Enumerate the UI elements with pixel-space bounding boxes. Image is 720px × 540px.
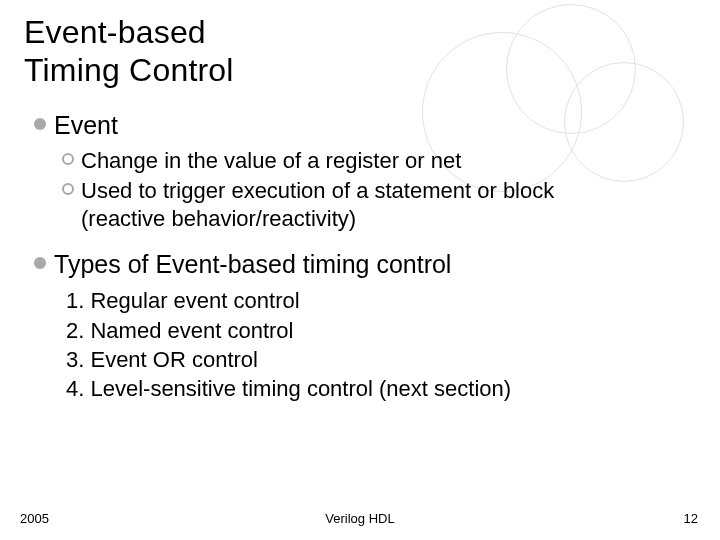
section1-heading: Event xyxy=(54,110,118,141)
section2-numbered-list: 1. Regular event control 2. Named event … xyxy=(66,286,696,402)
slide-content: Event-based Timing Control Event Change … xyxy=(0,0,720,403)
bullet-ring-icon xyxy=(62,153,74,165)
footer-course: Verilog HDL xyxy=(325,511,394,526)
section1-item: Used to trigger execution of a statement… xyxy=(81,177,641,233)
bullet-dot-icon xyxy=(34,118,46,130)
list-item: 4. Level-sensitive timing control (next … xyxy=(66,374,696,403)
title-line-2: Timing Control xyxy=(24,52,234,88)
bullet-level1: Event xyxy=(34,110,696,141)
bullet-dot-icon xyxy=(34,257,46,269)
slide-footer: 2005 Verilog HDL 12 xyxy=(0,511,720,526)
footer-page-number: 12 xyxy=(684,511,698,526)
section2-heading: Types of Event-based timing control xyxy=(54,249,451,280)
slide-title: Event-based Timing Control xyxy=(24,14,696,90)
bullet-level2: Change in the value of a register or net xyxy=(62,147,696,175)
title-line-1: Event-based xyxy=(24,14,206,50)
list-item: 1. Regular event control xyxy=(66,286,696,315)
section1-item: Change in the value of a register or net xyxy=(81,147,461,175)
list-item: 3. Event OR control xyxy=(66,345,696,374)
bullet-level1: Types of Event-based timing control xyxy=(34,249,696,280)
bullet-ring-icon xyxy=(62,183,74,195)
list-item: 2. Named event control xyxy=(66,316,696,345)
footer-year: 2005 xyxy=(20,511,49,526)
section1-sublist: Change in the value of a register or net… xyxy=(62,147,696,233)
bullet-level2: Used to trigger execution of a statement… xyxy=(62,177,696,233)
